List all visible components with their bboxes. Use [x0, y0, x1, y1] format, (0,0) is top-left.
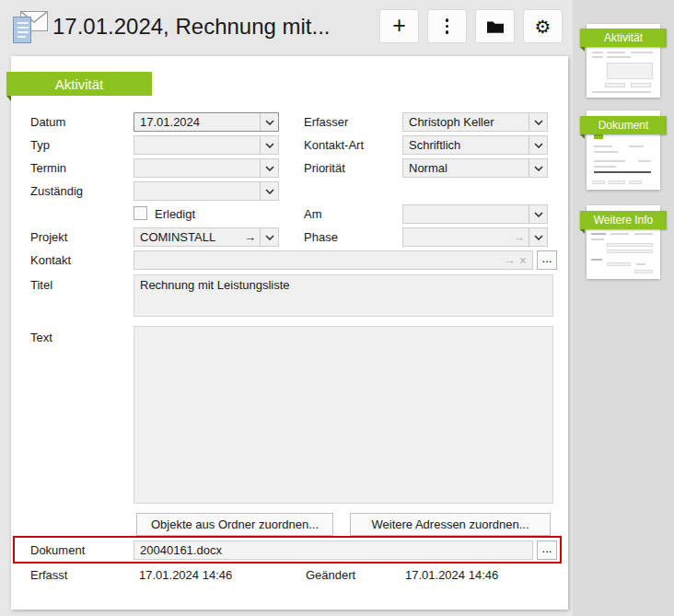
objekte-zuordnen-button[interactable]: Objekte aus Ordner zuordnen... [136, 513, 333, 536]
chevron-down-icon[interactable] [260, 159, 278, 177]
text-label: Text [30, 331, 52, 344]
chevron-down-icon[interactable] [529, 159, 547, 177]
erfasst-value: 17.01.2024 14:46 [139, 568, 232, 582]
open-link-arrow-icon[interactable]: → [244, 231, 260, 243]
tab-aktivitaet[interactable]: Aktivität [6, 72, 152, 96]
tab-fold [6, 96, 11, 101]
kontakt-field[interactable]: → × [134, 250, 533, 270]
plus-icon: + [392, 14, 406, 37]
dokument-label: Dokument [30, 543, 85, 557]
folder-icon [486, 19, 505, 33]
more-options-button[interactable] [427, 9, 467, 43]
activity-document-icon [11, 8, 50, 47]
open-link-arrow-icon: → [504, 254, 519, 266]
erfasser-value: Christoph Keller [403, 115, 529, 129]
kontakt-art-label: Kontakt-Art [304, 138, 364, 152]
adressen-zuordnen-button[interactable]: Weitere Adressen zuordnen... [350, 513, 551, 536]
erfasser-label: Erfasser [304, 115, 348, 129]
kontakt-label: Kontakt [30, 253, 71, 267]
thumbnail-aktivitaet[interactable]: Aktivität [573, 0, 674, 101]
kebab-menu-icon [446, 18, 449, 34]
text-textarea[interactable] [134, 326, 553, 504]
thumbnail-banner: Aktivität [580, 29, 667, 47]
erledigt-label: Erledigt [155, 207, 195, 221]
am-combo[interactable] [402, 204, 548, 224]
thumbnail-fold [580, 47, 585, 52]
window-title: 17.01.2024, Rechnung mit... [52, 0, 331, 53]
projekt-label: Projekt [30, 230, 67, 244]
termin-combo[interactable] [134, 158, 279, 178]
erfasser-combo[interactable]: Christoph Keller [402, 112, 548, 132]
dokument-field[interactable]: 20040161.docx [134, 540, 533, 560]
kontakt-ellipsis-button[interactable]: ... [537, 250, 557, 270]
kontakt-art-combo[interactable]: Schriftlich [402, 135, 548, 155]
chevron-down-icon[interactable] [260, 113, 278, 131]
thumbnail-banner: Weitere Info [580, 211, 667, 229]
titel-textarea[interactable]: Rechnung mit Leistungsliste [134, 274, 553, 317]
tab-label: Aktivität [55, 76, 104, 92]
chevron-down-icon[interactable] [260, 182, 278, 200]
chevron-down-icon[interactable] [529, 136, 547, 154]
prioritaet-value: Normal [403, 161, 529, 175]
page-thumbnail-sidebar: Aktivität Dokument [573, 0, 674, 616]
thumbnail-label: Dokument [598, 119, 649, 132]
application-window: 17.01.2024, Rechnung mit... + ⚙ Aktivitä… [0, 0, 674, 616]
erfasst-label: Erfasst [30, 568, 67, 582]
thumbnail-banner: Dokument [580, 116, 667, 134]
thumbnail-weitere-info[interactable]: Weitere Info [573, 198, 674, 299]
titel-label: Titel [30, 278, 52, 292]
typ-label: Typ [30, 138, 50, 152]
title-bar: 17.01.2024, Rechnung mit... + ⚙ [0, 0, 573, 56]
chevron-down-icon[interactable] [529, 205, 547, 223]
gear-icon: ⚙ [535, 17, 552, 36]
thumbnail-fold [580, 229, 585, 234]
geaendert-value: 17.01.2024 14:46 [405, 568, 498, 582]
prioritaet-combo[interactable]: Normal [402, 158, 548, 178]
zustaendig-label: Zuständig [30, 184, 83, 198]
datum-combo[interactable]: 17.01.2024 [134, 112, 279, 132]
add-button[interactable]: + [379, 9, 419, 43]
erledigt-checkbox[interactable] [134, 206, 147, 220]
phase-label: Phase [304, 230, 338, 244]
projekt-value: COMINSTALL [134, 230, 244, 244]
thumbnail-fold [580, 134, 585, 139]
folder-button[interactable] [475, 9, 515, 43]
termin-label: Termin [30, 161, 66, 175]
typ-combo[interactable] [134, 135, 279, 155]
thumbnail-label: Weitere Info [594, 214, 653, 227]
thumbnail-dokument[interactable]: Dokument [573, 101, 674, 198]
activity-form-panel: Aktivität Datum 17.01.2024 Erfasser Chri… [11, 56, 568, 610]
dokument-value: 20040161.docx [134, 543, 532, 557]
document-sheet-icon [13, 17, 31, 43]
clear-icon: × [519, 254, 532, 267]
datum-label: Datum [30, 115, 65, 129]
dokument-ellipsis-button[interactable]: ... [537, 540, 557, 560]
geaendert-label: Geändert [306, 568, 355, 582]
phase-combo[interactable]: → [402, 227, 548, 247]
projekt-combo[interactable]: COMINSTALL → [134, 227, 279, 247]
kontakt-art-value: Schriftlich [403, 138, 529, 152]
chevron-down-icon[interactable] [260, 228, 278, 246]
open-link-arrow-icon: → [513, 231, 529, 243]
chevron-down-icon[interactable] [260, 136, 278, 154]
zustaendig-combo[interactable] [134, 181, 279, 201]
thumbnail-label: Aktivität [604, 31, 643, 44]
chevron-down-icon[interactable] [529, 113, 547, 131]
prioritaet-label: Priorität [304, 161, 345, 175]
datum-value: 17.01.2024 [134, 115, 260, 129]
am-label: Am [304, 207, 322, 221]
chevron-down-icon[interactable] [529, 228, 547, 246]
settings-button[interactable]: ⚙ [523, 9, 563, 43]
